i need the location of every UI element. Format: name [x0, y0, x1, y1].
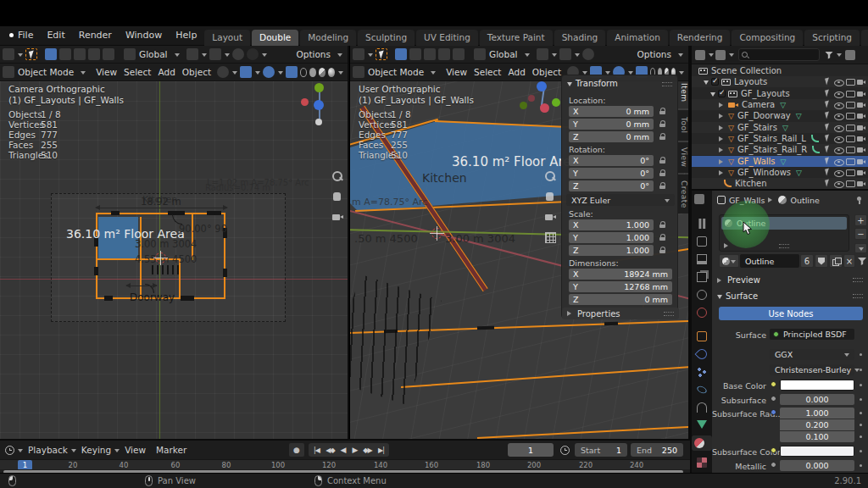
options-menu[interactable]: Options	[633, 49, 675, 59]
material-browse-button[interactable]	[719, 254, 739, 268]
disable-render-icon[interactable]	[856, 179, 865, 188]
hide-eye-icon[interactable]	[834, 123, 843, 132]
collapsed-icon[interactable]	[724, 243, 731, 248]
menu-help[interactable]: Help	[169, 26, 203, 45]
tab-particles[interactable]	[694, 364, 709, 380]
select-extend-mode-icon[interactable]	[409, 48, 421, 60]
gizmo-y-ball[interactable]	[314, 83, 324, 92]
next-keyframe-button[interactable]: ◆▶	[361, 443, 374, 457]
shading-material-icon[interactable]	[319, 68, 326, 77]
disable-viewport-icon[interactable]	[845, 134, 854, 143]
frame-end-field[interactable]: End250	[631, 443, 683, 457]
overlays-icon[interactable]	[263, 66, 275, 78]
selectable-icon[interactable]	[823, 168, 832, 177]
lock-icon[interactable]	[659, 233, 667, 241]
jump-to-end-button[interactable]: ▶|	[375, 443, 387, 457]
add-menu[interactable]: Add	[504, 67, 528, 77]
tab-object[interactable]	[694, 329, 709, 344]
navigation-gizmo[interactable]	[516, 81, 564, 129]
outliner-row-gf-windows[interactable]: GF_Windows	[692, 167, 868, 178]
gizmo-x-ball[interactable]	[301, 98, 309, 106]
expand-icon[interactable]	[704, 80, 709, 87]
zoom-icon[interactable]	[331, 169, 344, 183]
selectable-icon[interactable]	[823, 134, 832, 143]
outliner-row-camera[interactable]: Camera	[692, 99, 868, 110]
orientation-icon[interactable]	[474, 48, 486, 60]
rotation-y-field[interactable]: Y0°	[569, 168, 654, 179]
subsurface-slider[interactable]: 0.000	[780, 394, 854, 405]
workspace-tab-scripting[interactable]: Scripting	[804, 30, 860, 46]
unlink-button[interactable]: ×	[843, 254, 855, 268]
marker-menu[interactable]: Marker	[151, 445, 192, 455]
outliner-row-gf-stairs-rail-r[interactable]: GF_Stairs_Rail_R	[692, 144, 868, 155]
gizmo-y-ball[interactable]	[552, 98, 560, 107]
hide-eye-icon[interactable]	[834, 111, 843, 120]
add-menu[interactable]: Add	[154, 67, 178, 77]
hide-eye-icon[interactable]	[834, 100, 843, 109]
collapsed-icon[interactable]	[719, 125, 726, 130]
slot-remove-button[interactable]: −	[854, 228, 867, 240]
selectable-icon[interactable]	[823, 157, 832, 166]
timeline-ruler[interactable]: 20 40 60 80 100 120 140 160 180 200 220 …	[0, 459, 690, 469]
distribution-dropdown[interactable]: GGX	[770, 349, 854, 360]
tab-world[interactable]	[694, 305, 709, 320]
surface-shader-field[interactable]: Principled BSDF	[770, 329, 854, 340]
lock-icon[interactable]	[659, 107, 667, 115]
filter-funnel-icon[interactable]	[825, 51, 833, 59]
pin-icon[interactable]	[855, 197, 863, 204]
transform-orientation[interactable]: Global	[486, 49, 521, 59]
disable-render-icon[interactable]	[856, 77, 865, 86]
frame-start-field[interactable]: Start1	[575, 443, 627, 457]
xray-toggle-icon[interactable]	[286, 66, 298, 78]
decorator-dot[interactable]	[860, 450, 862, 452]
collapsed-icon[interactable]	[719, 103, 726, 108]
hide-eye-icon[interactable]	[834, 145, 843, 154]
proportional-falloff-icon[interactable]	[247, 48, 259, 60]
workspace-tab-double[interactable]: Double	[252, 30, 298, 46]
workspace-add-tab-button[interactable]: +	[861, 30, 868, 46]
disable-viewport-icon[interactable]	[845, 89, 854, 98]
select-box-mode-icon[interactable]	[395, 48, 407, 60]
playback-menu[interactable]: Playback	[23, 445, 73, 455]
proportional-editing-icon[interactable]	[232, 48, 244, 60]
selectable-icon[interactable]	[823, 179, 832, 188]
disable-viewport-icon[interactable]	[845, 168, 854, 177]
selectable-icon[interactable]	[823, 100, 832, 109]
mode-selector[interactable]: Object Mode	[14, 67, 77, 77]
editor-type-icon[interactable]	[694, 194, 704, 204]
panel-grip[interactable]	[664, 312, 674, 316]
select-box-mode-icon[interactable]	[45, 48, 57, 60]
workspace-tab-rendering[interactable]: Rendering	[670, 30, 731, 46]
outliner-row-gf-doorway[interactable]: GF_Doorway	[692, 110, 868, 121]
decorator-dot[interactable]	[860, 384, 862, 386]
collapsed-icon[interactable]	[719, 136, 726, 141]
workspace-tab-modeling[interactable]: Modeling	[300, 30, 356, 46]
disable-render-icon[interactable]	[856, 111, 865, 120]
dimension-z-field[interactable]: Z0 mm	[569, 294, 672, 305]
decorator-dot[interactable]	[860, 353, 862, 356]
collection-checkbox[interactable]	[711, 78, 719, 86]
tab-material-active[interactable]	[692, 435, 712, 451]
workspace-tab-animation[interactable]: Animation	[607, 30, 668, 46]
hide-eye-icon[interactable]	[834, 77, 843, 86]
select-menu[interactable]: Select	[120, 67, 154, 77]
select-invert-mode-icon[interactable]	[438, 48, 450, 60]
scale-z-field[interactable]: Z1.000	[569, 245, 654, 256]
tab-view-layer[interactable]	[694, 269, 709, 285]
snap-target-icon[interactable]	[537, 48, 548, 60]
npanel-tab-view[interactable]: View	[678, 142, 690, 173]
select-extend-mode-icon[interactable]	[59, 48, 71, 60]
select-invert-mode-icon[interactable]	[88, 48, 100, 60]
keying-menu[interactable]: Keying	[76, 445, 116, 455]
disable-render-icon[interactable]	[856, 89, 865, 98]
shading-rendered-icon[interactable]	[328, 68, 335, 77]
lock-icon[interactable]	[659, 132, 667, 141]
active-tool-icon[interactable]	[3, 48, 14, 60]
hide-eye-icon[interactable]	[834, 157, 843, 166]
surface-panel-header[interactable]: Surface	[717, 291, 758, 301]
disable-viewport-icon[interactable]	[845, 123, 854, 132]
metallic-slider[interactable]: 0.000	[780, 460, 854, 471]
workspace-tab-layout[interactable]: Layout	[204, 30, 250, 46]
select-subtract-mode-icon[interactable]	[424, 48, 436, 60]
lock-icon[interactable]	[659, 156, 667, 164]
